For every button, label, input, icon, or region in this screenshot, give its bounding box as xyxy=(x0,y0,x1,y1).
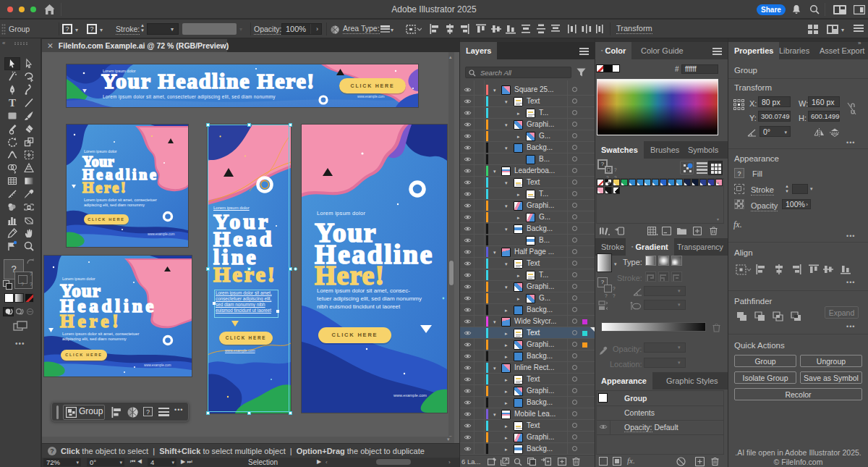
svg-text:T: T xyxy=(9,97,16,109)
